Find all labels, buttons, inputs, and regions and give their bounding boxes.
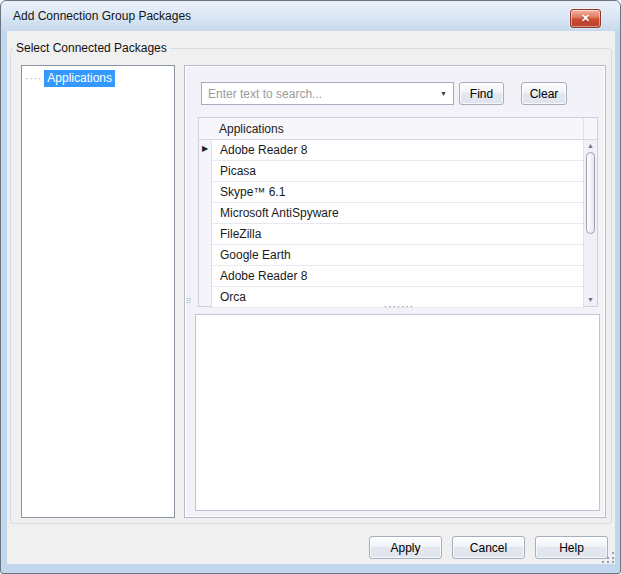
grid-header-row: Applications (199, 118, 597, 140)
resize-grip-icon (602, 551, 616, 564)
vertical-scrollbar[interactable]: ▲ ▼ (583, 140, 597, 306)
scroll-up-icon[interactable]: ▲ (584, 140, 597, 152)
splitter-grip-icon[interactable]: ⁞⁞ (186, 298, 192, 316)
window-title: Add Connection Group Packages (13, 1, 191, 31)
column-header-applications[interactable]: Applications (219, 118, 284, 140)
screen: Add Connection Group Packages ✕ Select C… (0, 0, 621, 574)
search-input[interactable] (202, 83, 453, 104)
cancel-button[interactable]: Cancel (452, 536, 525, 559)
resize-grip[interactable] (602, 550, 616, 563)
grid-row[interactable]: Adobe Reader 8 (212, 266, 583, 287)
apply-button[interactable]: Apply (369, 536, 442, 559)
grid-row[interactable]: Picasa (212, 161, 583, 182)
grid-header-spacer (583, 118, 597, 140)
grid-row[interactable]: Adobe Reader 8 (212, 140, 583, 161)
title-bar[interactable]: Add Connection Group Packages ✕ (1, 1, 620, 31)
grid-row[interactable]: FileZilla (212, 224, 583, 245)
clear-button[interactable]: Clear (521, 82, 567, 105)
find-button[interactable]: Find (459, 82, 504, 105)
packages-tree: ···· Applications (21, 65, 175, 518)
help-button[interactable]: Help (535, 536, 608, 559)
tree-lines-icon: ···· (25, 73, 42, 84)
grid-row[interactable]: Google Earth (212, 245, 583, 266)
search-combobox[interactable]: ▼ (201, 82, 454, 105)
close-button[interactable]: ✕ (570, 9, 601, 28)
tree-item-label: Applications (44, 70, 115, 87)
groupbox-label: Select Connected Packages (13, 41, 170, 56)
grid-row[interactable]: Skype™ 6.1 (212, 182, 583, 203)
grid-row[interactable]: Microsoft AntiSpyware (212, 203, 583, 224)
chevron-down-icon[interactable]: ▼ (440, 90, 447, 97)
row-indicator-column (199, 140, 212, 306)
applications-grid: Applications ▶ Adobe Reader 8 Picasa Sky… (198, 117, 598, 307)
scroll-down-icon[interactable]: ▼ (584, 294, 597, 306)
details-panel (195, 314, 600, 511)
close-icon: ✕ (581, 12, 590, 24)
scrollbar-thumb[interactable] (586, 152, 595, 234)
current-row-indicator-icon: ▶ (202, 145, 208, 153)
horizontal-splitter[interactable]: ······· (376, 304, 422, 312)
dialog-window: Add Connection Group Packages ✕ Select C… (0, 0, 621, 574)
tree-item-applications[interactable]: ···· Applications (25, 70, 115, 87)
